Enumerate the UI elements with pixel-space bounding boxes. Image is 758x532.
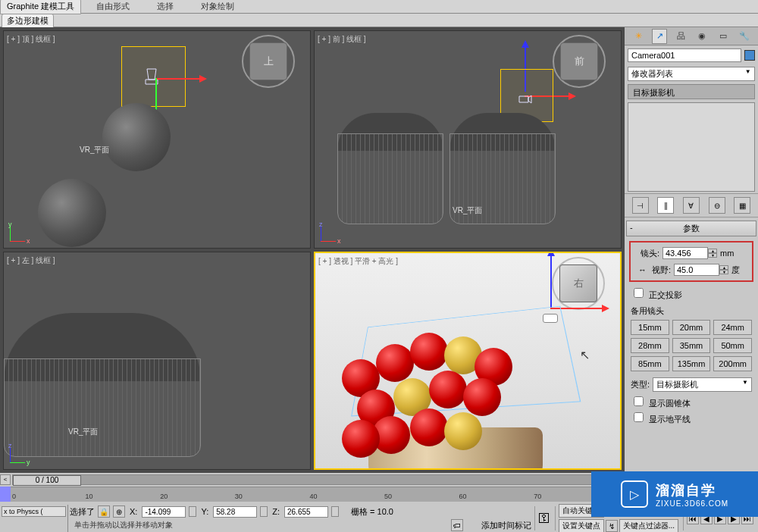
apple-basket-render[interactable] (334, 321, 539, 470)
configure-sets-icon[interactable]: ▦ (734, 197, 750, 214)
coords-row: 选择了 🔒 ⊕ X: Y: Z: 栅格 = 10.0 (68, 505, 533, 518)
camera-type-dropdown[interactable]: 目标摄影机 ▼ (653, 377, 752, 392)
make-unique-icon[interactable]: ∀ (683, 197, 700, 214)
modify-tab-icon[interactable]: ↗ (652, 29, 667, 44)
menu-selection[interactable]: 选择 (143, 0, 187, 14)
z-spinner[interactable] (331, 506, 339, 517)
ortho-label: 正交投影 (649, 290, 682, 299)
parameters-rollout-header[interactable]: - 参数 (626, 221, 756, 236)
key-mode-icon[interactable]: ↯ (606, 520, 618, 532)
display-tab-icon[interactable]: ▭ (716, 29, 731, 44)
create-tab-icon[interactable]: ✳ (631, 29, 646, 44)
lens-24mm[interactable]: 24mm (713, 320, 752, 335)
lens-85mm[interactable]: 85mm (631, 356, 669, 371)
workspace: [ + ] 顶 ] 线框 ] 上 VR_平面 x y [ + ] 前 ] 线框 … (0, 27, 758, 473)
modifier-list-dropdown[interactable]: 修改器列表 ▼ (628, 67, 754, 81)
time-slider-handle[interactable]: 0 / 100 (13, 475, 81, 486)
plane-label: VR_平面 (80, 145, 109, 155)
time-tag-icon[interactable]: 🏷 (451, 519, 463, 531)
lens-28mm[interactable]: 28mm (631, 338, 669, 353)
camera-gizmo[interactable] (518, 92, 533, 107)
object-name-input[interactable] (628, 49, 741, 62)
x-label: X: (128, 507, 139, 516)
slider-prev[interactable]: < (0, 474, 11, 485)
lens-135mm[interactable]: 135mm (672, 356, 711, 371)
lens-spinner[interactable]: ▴▾ (708, 249, 717, 258)
object-color-swatch[interactable] (744, 50, 755, 61)
status-middle: 选择了 🔒 ⊕ X: Y: Z: 栅格 = 10.0 单击并拖动以选择并移动对象… (68, 505, 533, 532)
lens-20mm[interactable]: 20mm (672, 320, 711, 335)
viewport-top-label[interactable]: [ + ] 顶 ] 线框 ] (7, 34, 55, 45)
viewport-top[interactable]: [ + ] 顶 ] 线框 ] 上 VR_平面 x y (3, 30, 311, 249)
hierarchy-tab-icon[interactable]: 品 (673, 29, 688, 44)
lens-param-row: 镜头: ▴▾ mm (632, 246, 750, 261)
lens-input[interactable] (662, 247, 708, 259)
key-filters-button[interactable]: 关键点过滤器... (619, 519, 678, 532)
fov-input[interactable] (674, 264, 719, 276)
add-time-tag[interactable]: 添加时间标记 (481, 520, 531, 531)
viewcube-top[interactable]: 上 (249, 42, 287, 80)
gizmo-z-axis[interactable] (550, 255, 552, 308)
fov-label: 视野: (650, 264, 674, 276)
viewport-front[interactable]: [ + ] 前 ] 线框 ] 前 VR_平面 x z (314, 30, 622, 249)
world-axes-icon: y z (10, 440, 33, 463)
viewport-left-label[interactable]: [ + ] 左 ] 线框 ] (7, 255, 55, 266)
sphere-object-1[interactable] (102, 103, 171, 171)
lens-unit: mm (717, 249, 734, 258)
lens-50mm[interactable]: 50mm (713, 338, 752, 353)
tick-60: 60 (459, 493, 467, 500)
fov-direction-icon[interactable]: ↔ (638, 265, 647, 274)
fov-spinner[interactable]: ▴▾ (719, 265, 728, 274)
physics-button[interactable]: x to Physcs ( (2, 506, 66, 517)
show-cone-row: 显示圆锥体 (625, 395, 758, 411)
cursor-icon: ↖ (580, 348, 590, 362)
show-end-result-icon[interactable]: ‖ (657, 197, 674, 214)
type-label: 类型: (631, 379, 650, 390)
menu-object-paint[interactable]: 对象绘制 (187, 0, 248, 14)
script-listener[interactable]: x to Physcs ( (0, 505, 68, 532)
viewport-perspective[interactable]: [ + ] 透视 ] 平滑 + 高光 ] 右 (314, 252, 622, 470)
viewport-perspective-label[interactable]: [ + ] 透视 ] 平滑 + 高光 ] (318, 256, 398, 267)
basket-wireframe-1[interactable] (337, 133, 443, 224)
chevron-down-icon: ▼ (745, 68, 751, 80)
lens-200mm[interactable]: 200mm (713, 356, 752, 371)
modifier-stack-area[interactable] (628, 102, 754, 192)
modifier-stack-item[interactable]: 目标摄影机 (628, 84, 754, 99)
hint-row: 单击并拖动以选择并移动对象 🏷 添加时间标记 (68, 518, 533, 532)
graphite-tab[interactable]: Graphite 建模工具 (0, 0, 81, 14)
viewcube-front[interactable]: 前 (560, 42, 598, 80)
z-coord-input[interactable] (284, 506, 328, 518)
show-cone-checkbox[interactable] (634, 396, 644, 406)
set-key-button[interactable]: 设置关键点 (559, 519, 604, 532)
show-horizon-checkbox[interactable] (634, 412, 644, 422)
lock-selection-icon[interactable]: 🔒 (98, 505, 110, 518)
camera-gizmo[interactable] (144, 67, 159, 83)
basket-wireframe[interactable] (4, 358, 201, 457)
absolute-mode-icon[interactable]: ⊕ (113, 505, 125, 518)
utilities-tab-icon[interactable]: 🔧 (737, 29, 752, 44)
poly-modeling-tab[interactable]: 多边形建模 (2, 14, 54, 28)
tick-0: 0 (12, 493, 16, 500)
trackbar-toggle[interactable] (0, 487, 11, 502)
watermark-overlay: ▷ 溜溜自学 ZIXUE.3D66.COM (591, 471, 758, 517)
x-coord-input[interactable] (142, 506, 186, 518)
viewport-front-label[interactable]: [ + ] 前 ] 线框 ] (318, 34, 366, 45)
rollout-title: 参数 (683, 224, 700, 233)
x-spinner[interactable] (189, 506, 196, 517)
viewport-left[interactable]: [ + ] 左 ] 线框 ] VR_平面 y z (3, 252, 311, 470)
motion-tab-icon[interactable]: ◉ (694, 29, 709, 44)
ortho-checkbox[interactable] (634, 288, 644, 298)
menu-freeform[interactable]: 自由形式 (83, 0, 143, 14)
y-coord-input[interactable] (213, 506, 257, 518)
tick-10: 10 (86, 493, 93, 500)
remove-modifier-icon[interactable]: ⊖ (709, 197, 725, 214)
pin-stack-icon[interactable]: ⊣ (632, 197, 649, 214)
y-spinner[interactable] (260, 506, 268, 517)
key-icon[interactable]: ⚿ (538, 512, 550, 525)
lens-15mm[interactable]: 15mm (631, 320, 669, 335)
sphere-object-2[interactable] (38, 179, 106, 247)
watermark-logo-icon: ▷ (621, 480, 648, 508)
gizmo-x-axis[interactable] (155, 78, 201, 80)
lens-35mm[interactable]: 35mm (672, 338, 711, 353)
viewcube-perspective[interactable]: 右 (559, 264, 597, 302)
